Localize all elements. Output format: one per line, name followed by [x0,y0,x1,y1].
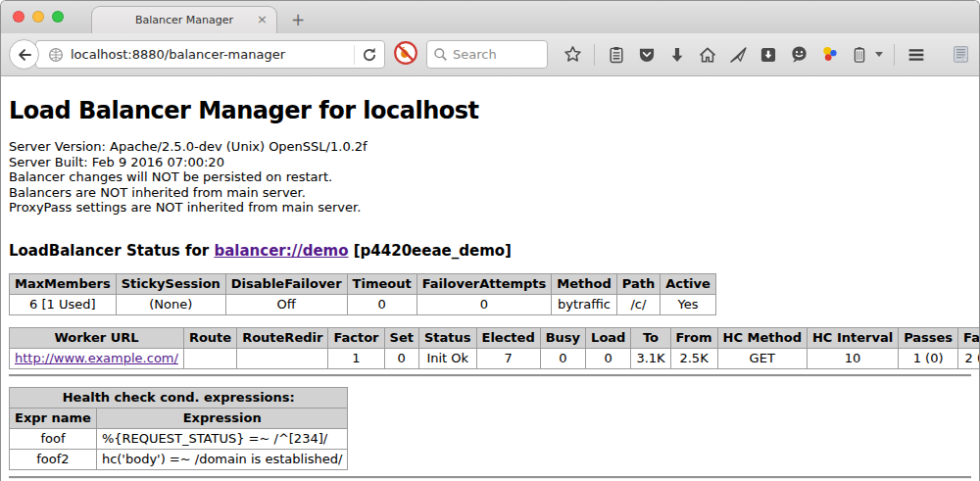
cell-worker-url: http://www.example.com/ [10,348,184,368]
col-expr-name: Expr name [10,408,97,428]
table-row: foof %{REQUEST_STATUS} =~ /^[234]/ [10,428,348,449]
col-method: Method [552,273,616,294]
server-built-line: Server Built: Feb 9 2016 07:00:20 [9,155,971,170]
downloads-button[interactable] [666,44,688,66]
cell-route [183,348,236,368]
home-icon [698,45,717,65]
table-header-row: MaxMembers StickySession DisableFailover… [10,273,716,294]
col-routeredir: RouteRedir [237,327,328,348]
worker-url-link[interactable]: http://www.example.com/ [15,351,178,365]
flash-block-button[interactable] [393,40,418,70]
worker-table: Worker URL Route RouteRedir Factor Set S… [9,327,979,369]
cell-maxmembers: 6 [1 Used] [10,294,117,314]
menu-button[interactable] [906,44,927,66]
table-row: foof2 hc('body') =~ /domain is establish… [10,449,348,469]
cell-set: 0 [384,348,418,368]
cell-factor: 1 [328,348,384,368]
pocket-button[interactable] [636,44,658,66]
cell-fails: 2 (0) [958,348,979,368]
container-icon [850,45,869,65]
dropdown-caret-icon[interactable] [875,52,883,57]
menu-icon [906,44,927,66]
toolbar-divider [594,44,595,66]
col-load: Load [586,327,631,348]
url-bar[interactable] [35,40,385,69]
section-divider [9,374,971,377]
col-hc-method: HC Method [717,327,807,348]
toolbar-divider [894,44,895,66]
cell-hc-interval: 10 [807,348,898,368]
page-tool-icon [951,44,971,65]
back-icon [16,46,33,64]
col-fails: Fails [958,327,979,348]
cell-routeredir [237,348,328,368]
page-end-divider [9,476,971,479]
search-bar[interactable] [426,40,548,69]
cell-busy: 0 [540,348,585,368]
send-button[interactable] [727,44,749,66]
table-header-row: Worker URL Route RouteRedir Factor Set S… [10,327,980,348]
cell-to: 3.1K [631,348,670,368]
col-failoverattempts: FailoverAttempts [416,273,552,294]
col-passes: Passes [899,327,958,348]
col-route: Route [183,327,236,348]
send-plane-icon [728,45,748,65]
balancer-summary-table: MaxMembers StickySession DisableFailover… [9,273,716,315]
color-dots-button[interactable] [818,44,840,66]
status-heading-suffix: [p4420eeae_demo] [349,242,512,260]
col-worker-url: Worker URL [10,327,184,348]
toolbar-icons [562,44,971,66]
health-check-table: Health check cond. expressions: Expr nam… [9,387,348,470]
col-hc-interval: HC Interval [807,327,898,348]
page-title: Load Balancer Manager for localhost [9,97,971,124]
tab-balancer-manager[interactable]: Balancer Manager × [91,6,277,33]
cell-expression: %{REQUEST_STATUS} =~ /^[234]/ [96,428,348,449]
back-button[interactable] [9,39,39,70]
cell-status: Init Ok [418,348,476,368]
home-button[interactable] [697,44,718,66]
balancer-demo-link[interactable]: balancer://demo [214,242,348,260]
col-active: Active [661,273,716,294]
table-row: 6 [1 Used] (None) Off 0 0 bytraffic /c/ … [10,294,716,314]
container-button[interactable] [849,44,870,66]
flash-block-icon [393,40,418,66]
cell-disablefailover: Off [225,294,347,314]
url-input[interactable] [71,47,354,62]
server-version-line: Server Version: Apache/2.5.0-dev (Unix) … [9,139,971,155]
reload-button[interactable] [355,47,384,63]
cell-stickysession: (None) [116,294,225,314]
page-tool-button[interactable] [950,44,971,66]
col-set: Set [384,327,418,348]
search-input[interactable] [453,47,541,62]
table-caption-row: Health check cond. expressions: [10,387,348,408]
emoji-icon [789,44,809,65]
col-stickysession: StickySession [116,273,225,294]
search-icon [433,47,448,62]
download-box-button[interactable] [758,44,779,66]
col-status: Status [418,327,476,348]
cell-expr-name: foof [10,428,97,449]
pocket-icon [637,45,657,65]
col-busy: Busy [540,327,585,348]
page-content: Load Balancer Manager for localhost Serv… [1,76,979,481]
col-expression: Expression [96,408,348,428]
new-tab-button[interactable]: + [291,10,305,29]
download-box-icon [759,45,778,65]
bookmark-star-button[interactable] [562,44,583,66]
cell-timeout: 0 [347,294,416,314]
zoom-window-button[interactable] [52,11,64,23]
persist-notice-line: Balancer changes will NOT be persisted o… [9,169,971,185]
clipboard-button[interactable] [606,44,627,66]
cell-elected: 7 [476,348,540,368]
tab-close-icon[interactable]: × [257,13,268,26]
col-maxmembers: MaxMembers [10,273,117,294]
emoji-button[interactable] [788,44,809,66]
col-factor: Factor [328,327,384,348]
close-window-button[interactable] [13,11,24,23]
col-to: To [631,327,670,348]
inherit-notice-line: Balancers are NOT inherited from main se… [9,185,971,201]
cell-path: /c/ [616,294,660,314]
server-info: Server Version: Apache/2.5.0-dev (Unix) … [9,139,971,216]
minimize-window-button[interactable] [32,11,44,23]
col-timeout: Timeout [347,273,416,294]
